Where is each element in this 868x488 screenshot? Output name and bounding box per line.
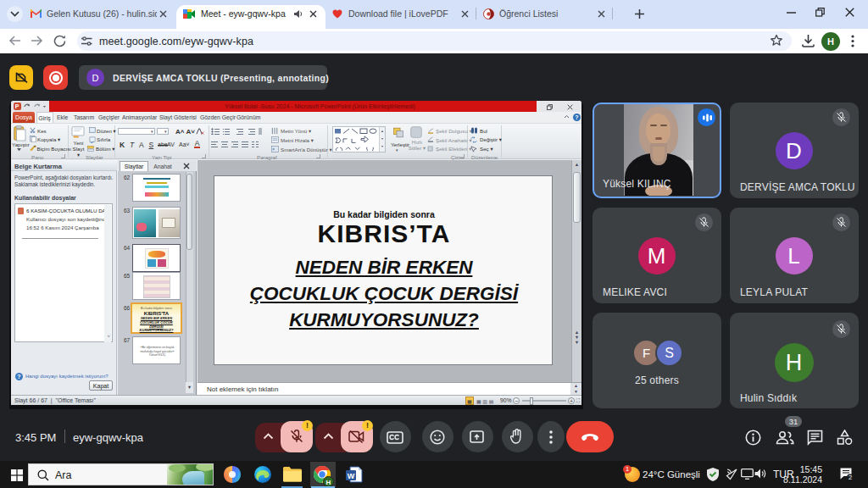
svg-text:2: 2	[849, 474, 852, 481]
svg-text:W: W	[348, 472, 355, 480]
